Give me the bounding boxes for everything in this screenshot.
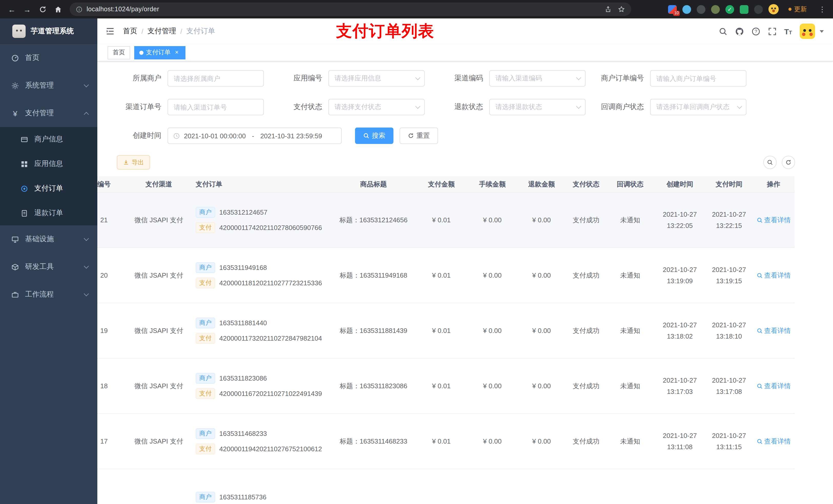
sidebar-item-refund-order[interactable]: 退款订单: [0, 201, 97, 225]
extension-icon[interactable]: [682, 5, 691, 14]
breadcrumb-payment[interactable]: 支付管理: [147, 27, 176, 36]
pin-extension-icon[interactable]: [754, 5, 763, 14]
refund-amount: ¥ 0.00: [517, 382, 566, 390]
notify-status: 未通知: [606, 437, 654, 446]
browser-toolbar: ← → localhost:1024/pay/order 10 ✓: [0, 0, 833, 19]
sidebar-item-dev-tools[interactable]: 研发工具: [0, 253, 97, 281]
caret-down-icon[interactable]: [820, 30, 824, 32]
sidebar-item-merchant-info[interactable]: 商户信息: [0, 127, 97, 152]
grid-icon: [21, 160, 28, 168]
pay-status-select[interactable]: 请选择支付状态: [328, 99, 425, 115]
browser-update-button[interactable]: 更新: [784, 3, 811, 15]
create-time-cell: 2021-10-2713:17:03: [654, 375, 706, 397]
tag-close-icon[interactable]: ×: [173, 49, 180, 56]
address-bar[interactable]: localhost:1024/pay/order: [70, 3, 631, 16]
search-icon: [767, 159, 773, 165]
pay-amount: ¥ 0.01: [415, 382, 468, 390]
merchant-order-no: 1635311185736: [219, 493, 266, 501]
refresh-table-button[interactable]: [782, 156, 795, 169]
table-header: 编号 支付渠道 支付订单 商品标题 支付金额 手续金额 退款金额 支付状态 回调…: [97, 176, 794, 193]
pay-amount: ¥ 0.01: [415, 216, 468, 224]
notify-status: 未通知: [606, 215, 654, 224]
pay-order-no: 4200001173202110272847982104: [219, 334, 322, 342]
tag-home[interactable]: 首页: [108, 46, 130, 59]
pay-order-no: 4200001174202110278060590766: [219, 224, 322, 232]
hamburger-icon[interactable]: [105, 27, 115, 36]
back-icon[interactable]: ←: [5, 3, 19, 16]
font-size-icon[interactable]: TT: [784, 27, 792, 35]
help-icon[interactable]: ?: [751, 27, 760, 35]
create-time-cell: 2021-10-2713:11:08: [654, 430, 706, 452]
filter-label-merchant-order-no: 商户订单编号: [593, 74, 650, 83]
merchant-input[interactable]: [168, 70, 264, 87]
export-button[interactable]: 导出: [117, 155, 150, 170]
view-detail-link[interactable]: 查看详情: [756, 326, 791, 335]
reset-button[interactable]: 重置: [400, 127, 438, 144]
pay-status: 支付成功: [566, 381, 606, 390]
share-icon[interactable]: [604, 6, 612, 13]
browser-profile-avatar[interactable]: [768, 4, 779, 14]
fullscreen-icon[interactable]: [768, 27, 777, 35]
view-detail-link[interactable]: 查看详情: [756, 381, 791, 390]
browser-menu-icon[interactable]: ⋮: [817, 5, 828, 13]
chevron-down-icon: [576, 75, 581, 80]
channel-code-select[interactable]: 请输入渠道编码: [489, 70, 586, 87]
github-icon[interactable]: [735, 27, 744, 35]
sidebar-item-workflow[interactable]: 工作流程: [0, 281, 97, 308]
chat-extension-icon[interactable]: [740, 5, 748, 14]
notify-status-select[interactable]: 请选择订单回调商户状态: [650, 99, 746, 115]
product-title: 标题：1635311823086: [332, 381, 415, 390]
filter-label-refund-status: 退款状态: [432, 102, 489, 112]
view-detail-link[interactable]: 查看详情: [756, 271, 791, 280]
app-logo[interactable]: 芋道管理系统: [0, 19, 97, 44]
order-id: 21: [97, 216, 124, 224]
pay-tag: 支付: [196, 443, 215, 454]
refund-amount: ¥ 0.00: [517, 271, 566, 279]
app-no-select[interactable]: 请选择应用信息: [328, 70, 425, 87]
extension-icon[interactable]: 10: [668, 5, 677, 14]
bookmark-star-icon[interactable]: [618, 6, 625, 13]
site-info-icon[interactable]: [76, 6, 82, 13]
breadcrumb-home[interactable]: 首页: [123, 27, 137, 36]
pay-amount: ¥ 0.01: [415, 271, 468, 279]
product-title: 标题：1635311881439: [332, 326, 415, 335]
view-detail-link[interactable]: 查看详情: [756, 215, 791, 224]
sidebar-item-infrastructure[interactable]: 基础设施: [0, 225, 97, 253]
sidebar-item-home[interactable]: 首页: [0, 44, 97, 72]
active-dot-icon: [139, 50, 143, 54]
sidebar-item-system[interactable]: 系统管理: [0, 72, 97, 99]
refund-amount: ¥ 0.00: [517, 327, 566, 334]
sidebar-item-app-info[interactable]: 应用信息: [0, 152, 97, 176]
refund-status-select[interactable]: 请选择退款状态: [489, 99, 586, 115]
update-dot-icon: [788, 8, 791, 11]
pay-order-cell: 商户 1635311468233 支付 42000011942021102767…: [194, 428, 332, 454]
url-text: localhost:1024/pay/order: [87, 6, 159, 13]
reload-icon[interactable]: [36, 3, 49, 16]
page-title: 支付订单列表: [336, 21, 434, 42]
sidebar-item-pay-order[interactable]: 支付订单: [0, 176, 97, 201]
tag-pay-order[interactable]: 支付订单 ×: [134, 46, 186, 59]
pay-status: 支付成功: [566, 437, 606, 446]
extension-icon[interactable]: [711, 5, 720, 14]
extensions-cluster: 10 ✓ 更新 ⋮: [668, 3, 828, 15]
avatar[interactable]: [800, 24, 815, 39]
forward-icon[interactable]: →: [21, 3, 34, 16]
toggle-search-button[interactable]: [763, 156, 777, 169]
chevron-down-icon: [84, 236, 89, 241]
download-icon: [123, 159, 129, 165]
date-range-picker[interactable]: 2021-10-01 00:00:00 - 2021-10-31 23:59:5…: [168, 127, 342, 144]
view-detail-link[interactable]: 查看详情: [756, 437, 791, 446]
merchant-order-no-input[interactable]: [650, 70, 746, 87]
home-icon[interactable]: [51, 3, 65, 16]
search-icon[interactable]: [718, 27, 727, 35]
product-title: 标题：1635312124656: [332, 215, 415, 224]
notify-status: 未通知: [606, 381, 654, 390]
order-id: 19: [97, 327, 124, 334]
search-button[interactable]: 搜索: [355, 127, 394, 144]
pay-order-no: 4200001194202110276752100612: [219, 445, 322, 453]
extension-icon[interactable]: [697, 5, 706, 14]
channel-order-no-input[interactable]: [168, 99, 264, 115]
vue-devtools-icon[interactable]: ✓: [725, 5, 734, 14]
sidebar-item-payment[interactable]: ¥ 支付管理: [0, 99, 97, 127]
table-row: 17 微信 JSAPI 支付 商户 1635311468233 支付 42000…: [97, 414, 794, 469]
